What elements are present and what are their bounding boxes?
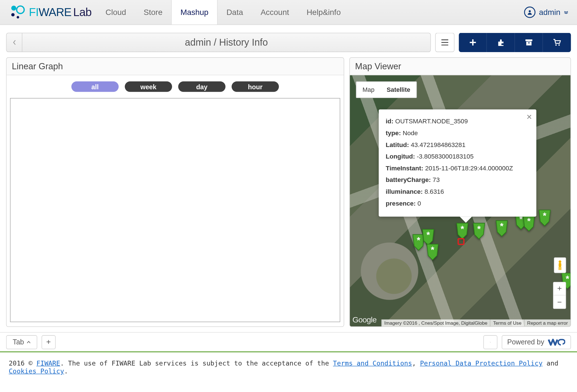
- pill-day[interactable]: day: [178, 81, 225, 92]
- svg-text:*: *: [461, 224, 464, 234]
- report-link[interactable]: Report a map error: [524, 319, 571, 326]
- info-battery-value: 73: [433, 176, 440, 183]
- privacy-link[interactable]: Personal Data Protection Policy: [420, 359, 543, 367]
- svg-rect-5: [525, 39, 532, 41]
- svg-text:*: *: [527, 216, 531, 226]
- map-type-map[interactable]: Map: [356, 82, 381, 98]
- add-button[interactable]: [459, 33, 487, 52]
- info-time-label: TimeInstant:: [386, 165, 423, 172]
- legal-text: .: [64, 367, 68, 375]
- map-marker[interactable]: *: [425, 243, 440, 261]
- info-battery-label: batteryCharge:: [386, 176, 431, 183]
- powered-by[interactable]: Powered by: [501, 335, 571, 349]
- svg-text:*: *: [417, 235, 421, 245]
- tab-left: Tab +: [6, 335, 56, 349]
- logo[interactable]: FIWARELab: [9, 4, 92, 21]
- chevron-up-icon: [26, 341, 30, 343]
- svg-point-2: [11, 13, 15, 16]
- info-window: ✕ id: OUTSMART.NODE_3509 type: Node Lati…: [379, 110, 536, 217]
- nav-cloud[interactable]: Cloud: [97, 0, 135, 24]
- add-tab-button[interactable]: +: [41, 335, 56, 349]
- user-icon: [524, 6, 535, 18]
- pill-hour[interactable]: hour: [232, 81, 279, 92]
- map-marker[interactable]: *: [521, 214, 536, 232]
- back-button[interactable]: [6, 33, 22, 52]
- info-type-label: type:: [386, 130, 401, 137]
- svg-point-20: [559, 260, 561, 263]
- nav-data[interactable]: Data: [218, 0, 252, 24]
- breadcrumb-title: admin / History Info: [22, 33, 430, 52]
- breadcrumb-bar: admin / History Info: [6, 33, 431, 52]
- close-icon[interactable]: ✕: [526, 113, 532, 121]
- user-name: admin: [539, 8, 560, 17]
- legal-year: 2016 ©: [9, 359, 36, 367]
- svg-text:*: *: [431, 245, 434, 255]
- map-viewer-panel: Map Viewer Map Satellite ✕ id: OUTSMART.…: [349, 57, 571, 327]
- svg-rect-21: [559, 263, 561, 267]
- svg-rect-6: [526, 42, 531, 46]
- logo-icon: [9, 4, 25, 21]
- svg-text:*: *: [500, 221, 504, 231]
- svg-text:*: *: [566, 274, 569, 284]
- map-body[interactable]: Map Satellite ✕ id: OUTSMART.NODE_3509 t…: [350, 75, 571, 326]
- map-type-toggle: Map Satellite: [356, 81, 417, 98]
- pill-all[interactable]: all: [71, 81, 119, 92]
- svg-point-1: [17, 6, 24, 14]
- svg-text:*: *: [477, 224, 481, 234]
- map-marker[interactable]: *: [455, 222, 470, 240]
- info-lon-label: Longitud:: [386, 153, 415, 160]
- info-lat-value: 43.4721984863281: [411, 141, 465, 148]
- linear-graph-body: all week day hour: [6, 75, 344, 326]
- info-presence-label: presence:: [386, 200, 416, 207]
- terms-link[interactable]: Terms of Use: [490, 319, 524, 326]
- terms-link[interactable]: Terms and Conditions: [333, 359, 412, 367]
- tab-label: Tab: [13, 338, 24, 346]
- map-marker[interactable]: *: [537, 209, 552, 227]
- tab-bar: Tab + Powered by: [0, 332, 577, 352]
- pegman-icon[interactable]: [554, 257, 566, 273]
- nav-help[interactable]: Help&info: [298, 0, 349, 24]
- map-type-satellite[interactable]: Satellite: [381, 82, 416, 98]
- breadcrumb-row: admin / History Info: [0, 25, 577, 52]
- chevron-down-icon: [564, 10, 569, 15]
- tab-right: Powered by: [483, 335, 571, 349]
- user-menu[interactable]: admin: [524, 6, 568, 18]
- legal-text: . The use of FIWARE Lab services is subj…: [60, 359, 333, 367]
- hamburger-button[interactable]: [435, 33, 454, 52]
- map-marker[interactable]: *: [494, 220, 509, 237]
- plugin-button[interactable]: [487, 33, 515, 52]
- logo-text: FIWARELab: [29, 5, 92, 19]
- workspace: Linear Graph all week day hour Map Viewe…: [0, 52, 577, 332]
- map-marker[interactable]: *: [472, 222, 487, 240]
- cookies-link[interactable]: Cookies Policy: [9, 367, 64, 375]
- info-presence-value: 0: [418, 200, 421, 207]
- zoom-in-button[interactable]: +: [553, 282, 566, 295]
- nav-items: Cloud Store Mashup Data Account Help&inf…: [97, 0, 350, 24]
- fullscreen-button[interactable]: [483, 335, 497, 349]
- info-type-value: Node: [403, 130, 418, 137]
- selected-marker-icon[interactable]: [458, 238, 465, 245]
- legal-text: ,: [412, 359, 420, 367]
- svg-rect-23: [560, 267, 561, 270]
- nav-store[interactable]: Store: [135, 0, 171, 24]
- svg-point-8: [555, 44, 557, 46]
- legal-footer: 2016 © FIWARE. The use of FIWARE Lab ser…: [0, 352, 577, 382]
- svg-rect-7: [528, 43, 529, 43]
- legal-text: and: [543, 359, 558, 367]
- fiware-link[interactable]: FIWARE: [36, 359, 60, 367]
- nav-account[interactable]: Account: [252, 0, 298, 24]
- cart-button[interactable]: [543, 33, 571, 52]
- graph-canvas[interactable]: [10, 98, 340, 322]
- imagery-text: Imagery ©2016 , Cnes/Spot Image, Digital…: [381, 319, 490, 326]
- svg-text:*: *: [543, 211, 547, 221]
- zoom-out-button[interactable]: −: [553, 295, 566, 309]
- nav-mashup[interactable]: Mashup: [171, 0, 218, 24]
- info-lat-label: Latitud:: [386, 141, 409, 148]
- info-lon-value: -3.80583000183105: [417, 153, 474, 160]
- archive-button[interactable]: [515, 33, 543, 52]
- svg-text:*: *: [427, 230, 430, 240]
- tab-button[interactable]: Tab: [6, 335, 37, 349]
- zoom-control: + −: [553, 282, 566, 309]
- svg-point-3: [17, 16, 19, 19]
- pill-week[interactable]: week: [125, 81, 172, 92]
